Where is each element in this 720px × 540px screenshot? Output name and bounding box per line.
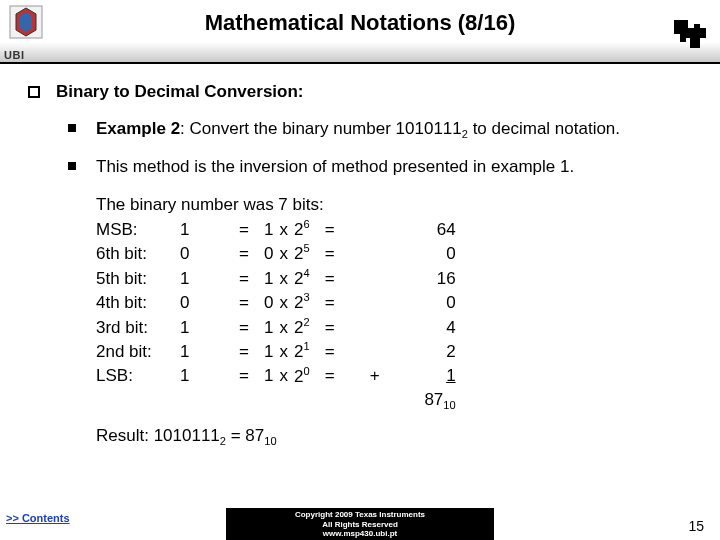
table-row: MSB: 1 = 1 x 26 = 64 [96,217,462,241]
intro-line: The binary number was 7 bits: [96,193,698,217]
copy-line-3: www.msp430.ubi.pt [230,529,490,539]
sum-row: 8710 [96,388,462,414]
page-number: 15 [688,518,704,534]
copy-line-1: Copyright 2009 Texas Instruments [230,510,490,520]
bit-table: MSB: 1 = 1 x 26 = 64 6th bit: 0 = 0 x 25 [96,217,462,414]
row-value: 64 [386,217,462,241]
example-tail: to decimal notation. [468,119,620,138]
example-binary: 1010111 [396,119,462,138]
table-row: LSB: 1 = 1 x 20 = + 1 [96,364,462,388]
table-row: 4th bit: 0 = 0 x 23 = 0 [96,290,462,314]
result-line: Result: 10101112 = 8710 [96,424,698,450]
bullet-method: This method is the inversion of method p… [68,156,698,179]
table-row: 3rd bit: 1 = 1 x 22 = 4 [96,315,462,339]
ubi-label: UBI [4,49,24,61]
table-row: 2nd bit: 1 = 1 x 21 = 2 [96,339,462,363]
bullet-heading: Binary to Decimal Conversion: [28,82,698,102]
bit-label: MSB: [96,217,180,241]
ti-logo [672,18,712,52]
slide-header: Mathematical Notations (8/16) UBI [0,0,720,64]
bit-value: 1 [180,217,230,241]
table-row: 6th bit: 0 = 0 x 25 = 0 [96,241,462,265]
slide: Mathematical Notations (8/16) UBI Binary… [0,0,720,540]
example-text: : Convert the binary number [180,119,395,138]
slide-footer: >> Contents Copyright 2009 Texas Instrum… [0,506,720,540]
bullet-example: Example 2: Convert the binary number 101… [68,118,698,142]
sum-cell: 8710 [386,388,462,414]
worked-steps: The binary number was 7 bits: MSB: 1 = 1… [96,193,698,450]
example-label: Example 2 [96,119,180,138]
slide-title: Mathematical Notations (8/16) [0,10,720,36]
slide-body: Binary to Decimal Conversion: Example 2:… [0,64,720,450]
copy-line-2: All Rights Reserved [230,520,490,530]
plus-sign: + [350,364,386,388]
coef: 1 [264,217,279,241]
copyright-box: Copyright 2009 Texas Instruments All Rig… [226,508,494,540]
table-row: 5th bit: 1 = 1 x 24 = 16 [96,266,462,290]
contents-link[interactable]: >> Contents [6,512,70,524]
